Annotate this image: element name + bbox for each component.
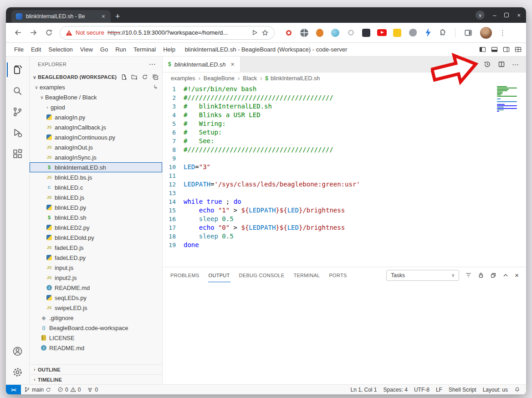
output-channel-select[interactable]: Tasks ∨ <box>386 270 459 281</box>
tree-item-beagleboard-code-workspace[interactable]: {}BeagleBoard.code-workspace <box>30 323 162 333</box>
breadcrumb-examples[interactable]: examples <box>171 75 195 82</box>
tree-item-gitignore[interactable]: ◆.gitignore <box>30 313 162 323</box>
editor-tab[interactable]: $ blinkInternalLED.sh × <box>163 57 240 72</box>
tree-item-blinkledold-py[interactable]: blinkLEDold.py <box>30 233 162 243</box>
code-line[interactable]: 16 sleep 0.5 <box>163 215 526 223</box>
code-line[interactable]: 5# Wiring: <box>163 119 526 128</box>
close-panel-icon[interactable]: × <box>515 271 519 279</box>
security-label[interactable]: Not secure <box>76 29 104 36</box>
outline-section[interactable]: › OUTLINE <box>30 364 162 374</box>
minimap[interactable] <box>497 86 519 112</box>
toggle-secondary-sidebar-icon[interactable] <box>503 46 510 53</box>
menu-run[interactable]: Run <box>112 45 130 54</box>
warning-icon[interactable] <box>66 30 72 36</box>
puzzle-icon[interactable] <box>436 26 449 39</box>
tree-item-blinkled-py[interactable]: blinkLED.py <box>30 202 162 212</box>
extension-bolt-icon[interactable] <box>423 28 433 38</box>
maximize-panel-icon[interactable] <box>502 272 509 279</box>
editor-tab-close-icon[interactable]: × <box>229 61 234 68</box>
tab-search-icon[interactable]: ∨ <box>476 10 485 20</box>
code-line[interactable]: 3# blinkInternalLED.sh <box>163 102 526 111</box>
tree-item-beaglebone-black[interactable]: ∨BeagleBone / Black <box>30 92 162 102</box>
side-panel-icon[interactable] <box>462 26 475 39</box>
branch-status[interactable]: main <box>21 385 54 394</box>
browser-menu-icon[interactable]: ⋮ <box>495 29 509 37</box>
customize-layout-icon[interactable] <box>515 46 522 53</box>
code-line[interactable]: 4# Blinks a USR LED <box>163 111 526 119</box>
address-bar[interactable]: Not secure https://10.0.5.19:3000/?works… <box>60 26 275 40</box>
url-text[interactable]: https://10.0.5.19:3000/?workspace=/home/… <box>107 29 248 36</box>
open-in-editor-icon[interactable] <box>490 272 496 279</box>
tree-item-license[interactable]: LICENSE <box>30 333 162 343</box>
tree-item-swipeled-js[interactable]: JSswipeLED.js <box>30 303 162 313</box>
tree-item-input-js[interactable]: JSinput.js <box>30 263 162 273</box>
ports-status[interactable]: 0 <box>84 385 101 394</box>
panel-tab-ports[interactable]: PORTS <box>328 268 347 282</box>
tree-item-fadeled-py[interactable]: fadeLED.py <box>30 253 162 263</box>
code-line[interactable]: 13 <box>163 189 526 197</box>
source-control-icon[interactable] <box>7 101 29 122</box>
code-line[interactable]: 18 sleep 0.5 <box>163 232 526 241</box>
language-mode[interactable]: Shell Script <box>445 385 480 394</box>
workspace-section-header[interactable]: ∨ BEAGLEBOARD (WORKSPACE) <box>30 72 162 82</box>
problems-status[interactable]: 0 0 <box>54 385 84 394</box>
extension-red-ring-icon[interactable] <box>284 28 294 38</box>
minimize-button[interactable]: – <box>493 12 496 19</box>
code-line[interactable]: 14while true ; do <box>163 197 526 206</box>
notifications-bell-icon[interactable] <box>511 385 523 394</box>
menu-edit[interactable]: Edit <box>27 45 45 54</box>
menu-file[interactable]: File <box>10 45 27 54</box>
filter-icon[interactable] <box>465 272 472 279</box>
code-line[interactable]: 9 <box>163 154 526 163</box>
panel-tab-problems[interactable]: PROBLEMS <box>170 268 200 282</box>
toggle-panel-icon[interactable] <box>491 46 498 53</box>
search-icon[interactable] <box>7 80 29 101</box>
toggle-sidebar-icon[interactable] <box>479 46 486 53</box>
settings-gear-icon[interactable] <box>7 362 29 382</box>
menu-view[interactable]: View <box>77 45 97 54</box>
code-line[interactable]: 19done <box>163 241 526 249</box>
profile-avatar[interactable] <box>480 27 492 39</box>
panel-tab-terminal[interactable]: TERMINAL <box>293 268 320 282</box>
breadcrumb-file[interactable]: $blinkInternalLED.sh <box>265 75 320 82</box>
send-icon[interactable] <box>251 29 258 36</box>
new-file-icon[interactable] <box>121 74 127 80</box>
tree-item-analogin-py[interactable]: analogIn.py <box>30 112 162 122</box>
remote-indicator[interactable]: >< <box>6 385 21 394</box>
refresh-icon[interactable] <box>142 74 148 80</box>
maximize-button[interactable] <box>504 13 509 17</box>
browser-tab[interactable]: blinkInternalLED.sh - Be × <box>11 10 111 23</box>
menu-go[interactable]: Go <box>97 45 112 54</box>
cursor-position[interactable]: Ln 1, Col 1 <box>347 385 380 394</box>
timeline-section[interactable]: › TIMELINE <box>30 374 162 384</box>
account-icon[interactable] <box>7 341 29 362</box>
tab-close-icon[interactable]: × <box>101 13 106 20</box>
explorer-icon[interactable] <box>7 59 29 80</box>
code-line[interactable]: 15 echo "1" > ${LEDPATH}${LED}/brightnes… <box>163 206 526 215</box>
keyboard-layout[interactable]: Layout: us <box>480 385 511 394</box>
new-tab-button[interactable]: + <box>115 12 120 21</box>
tree-item-blinkled-js[interactable]: JSblinkLED.js <box>30 192 162 202</box>
panel-tab-debug-console[interactable]: DEBUG CONSOLE <box>239 268 285 282</box>
extension-dark-square-icon[interactable] <box>361 28 371 38</box>
code-line[interactable]: 10LED="3" <box>163 163 526 171</box>
back-icon[interactable] <box>11 26 24 39</box>
run-button[interactable] <box>470 61 477 68</box>
extension-youtube-icon[interactable] <box>377 28 387 38</box>
code-line[interactable]: 2#////////////////////////////////////// <box>163 93 526 102</box>
encoding[interactable]: UTF-8 <box>411 385 433 394</box>
tree-item-gpiod[interactable]: ›gpiod <box>30 102 162 112</box>
breadcrumb-black[interactable]: Black <box>243 75 257 82</box>
more-actions-icon[interactable]: ⋯ <box>512 61 519 68</box>
tree-item-blinkled-bs-js[interactable]: JSblinkLED.bs.js <box>30 172 162 182</box>
indentation[interactable]: Spaces: 4 <box>380 385 411 394</box>
code-line[interactable]: 6# Setup: <box>163 128 526 137</box>
extension-bird-icon[interactable] <box>408 28 418 38</box>
code-line[interactable]: 17 echo "0" > ${LEDPATH}${LED}/brightnes… <box>163 223 526 232</box>
code-line[interactable]: 7# See: <box>163 137 526 145</box>
eol-sequence[interactable]: LF <box>433 385 445 394</box>
tree-item-readme-md[interactable]: iREADME.md <box>30 283 162 293</box>
panel-tab-output[interactable]: OUTPUT <box>208 268 230 282</box>
extension-bug-icon[interactable] <box>315 28 325 38</box>
close-window-button[interactable]: × <box>517 12 521 19</box>
